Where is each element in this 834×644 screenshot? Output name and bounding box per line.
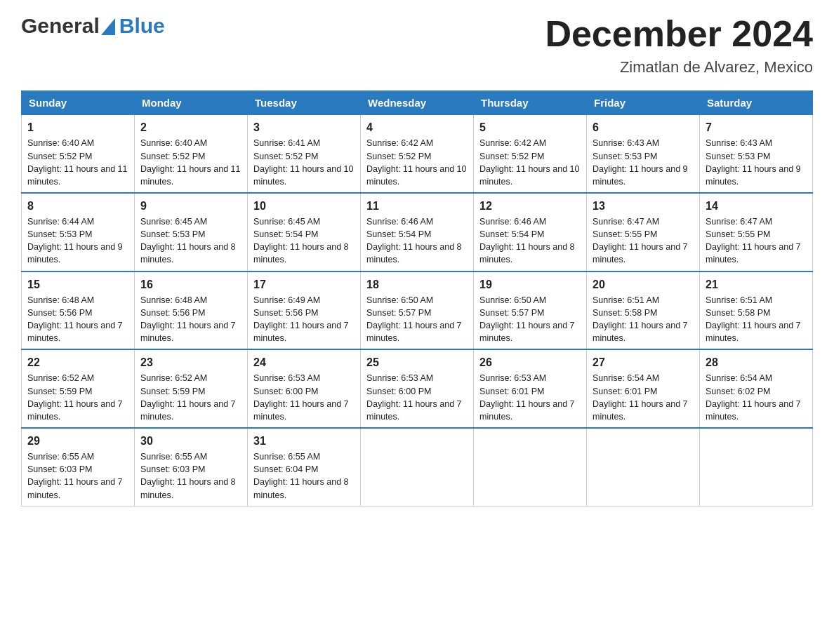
calendar-title: December 2024 — [545, 14, 813, 54]
day-info: Sunrise: 6:43 AMSunset: 5:53 PMDaylight:… — [706, 138, 801, 186]
day-number: 17 — [253, 276, 355, 293]
day-info: Sunrise: 6:54 AMSunset: 6:02 PMDaylight:… — [706, 373, 801, 421]
calendar-cell: 14Sunrise: 6:47 AMSunset: 5:55 PMDayligh… — [700, 193, 813, 271]
svg-marker-0 — [101, 18, 115, 35]
day-number: 19 — [479, 276, 581, 293]
day-number: 25 — [366, 354, 468, 370]
day-info: Sunrise: 6:53 AMSunset: 6:00 PMDaylight:… — [366, 373, 462, 421]
day-info: Sunrise: 6:54 AMSunset: 6:01 PMDaylight:… — [593, 373, 688, 421]
day-info: Sunrise: 6:51 AMSunset: 5:58 PMDaylight:… — [706, 295, 801, 343]
calendar-cell: 19Sunrise: 6:50 AMSunset: 5:57 PMDayligh… — [474, 271, 587, 350]
calendar-cell: 27Sunrise: 6:54 AMSunset: 6:01 PMDayligh… — [587, 349, 700, 428]
calendar-week-row: 8Sunrise: 6:44 AMSunset: 5:53 PMDaylight… — [22, 193, 813, 271]
calendar-cell: 13Sunrise: 6:47 AMSunset: 5:55 PMDayligh… — [587, 193, 700, 271]
day-info: Sunrise: 6:42 AMSunset: 5:52 PMDaylight:… — [479, 138, 579, 186]
day-info: Sunrise: 6:42 AMSunset: 5:52 PMDaylight:… — [366, 138, 466, 186]
day-header-saturday: Saturday — [700, 91, 813, 115]
calendar-cell: 26Sunrise: 6:53 AMSunset: 6:01 PMDayligh… — [474, 349, 587, 428]
calendar-title-block: December 2024 Zimatlan de Alvarez, Mexic… — [545, 14, 813, 76]
calendar-cell: 1Sunrise: 6:40 AMSunset: 5:52 PMDaylight… — [22, 115, 135, 193]
calendar-cell: 12Sunrise: 6:46 AMSunset: 5:54 PMDayligh… — [474, 193, 587, 271]
day-number: 13 — [593, 198, 694, 214]
day-number: 6 — [593, 119, 694, 135]
day-info: Sunrise: 6:48 AMSunset: 5:56 PMDaylight:… — [140, 295, 236, 343]
day-number: 5 — [479, 119, 581, 135]
calendar-cell: 10Sunrise: 6:45 AMSunset: 5:54 PMDayligh… — [248, 193, 361, 271]
day-number: 27 — [593, 354, 694, 370]
day-number: 22 — [27, 354, 128, 370]
calendar-cell: 9Sunrise: 6:45 AMSunset: 5:53 PMDaylight… — [135, 193, 248, 271]
day-number: 9 — [140, 198, 241, 214]
calendar-subtitle: Zimatlan de Alvarez, Mexico — [545, 58, 813, 76]
day-info: Sunrise: 6:49 AMSunset: 5:56 PMDaylight:… — [253, 295, 349, 343]
day-info: Sunrise: 6:52 AMSunset: 5:59 PMDaylight:… — [27, 373, 123, 421]
day-number: 20 — [593, 276, 694, 293]
calendar-table: SundayMondayTuesdayWednesdayThursdayFrid… — [21, 90, 813, 506]
day-info: Sunrise: 6:47 AMSunset: 5:55 PMDaylight:… — [706, 217, 801, 264]
calendar-cell: 7Sunrise: 6:43 AMSunset: 5:53 PMDaylight… — [700, 115, 813, 193]
day-info: Sunrise: 6:43 AMSunset: 5:53 PMDaylight:… — [593, 138, 688, 186]
day-info: Sunrise: 6:53 AMSunset: 6:00 PMDaylight:… — [253, 373, 349, 421]
day-number: 10 — [253, 198, 355, 214]
day-number: 16 — [140, 276, 241, 293]
calendar-week-row: 1Sunrise: 6:40 AMSunset: 5:52 PMDaylight… — [22, 115, 813, 193]
calendar-cell: 24Sunrise: 6:53 AMSunset: 6:00 PMDayligh… — [248, 349, 361, 428]
day-info: Sunrise: 6:50 AMSunset: 5:57 PMDaylight:… — [366, 295, 462, 343]
day-number: 12 — [479, 198, 581, 214]
calendar-week-row: 22Sunrise: 6:52 AMSunset: 5:59 PMDayligh… — [22, 349, 813, 428]
calendar-week-row: 15Sunrise: 6:48 AMSunset: 5:56 PMDayligh… — [22, 271, 813, 350]
day-header-sunday: Sunday — [22, 91, 135, 115]
day-number: 14 — [706, 198, 807, 214]
day-info: Sunrise: 6:47 AMSunset: 5:55 PMDaylight:… — [593, 217, 688, 264]
day-number: 11 — [366, 198, 468, 214]
day-number: 7 — [706, 119, 807, 135]
day-header-friday: Friday — [587, 91, 700, 115]
day-info: Sunrise: 6:51 AMSunset: 5:58 PMDaylight:… — [593, 295, 688, 343]
calendar-cell: 4Sunrise: 6:42 AMSunset: 5:52 PMDaylight… — [361, 115, 474, 193]
day-number: 8 — [27, 198, 128, 214]
calendar-cell: 20Sunrise: 6:51 AMSunset: 5:58 PMDayligh… — [587, 271, 700, 350]
day-number: 24 — [253, 354, 355, 370]
day-header-monday: Monday — [135, 91, 248, 115]
calendar-cell: 29Sunrise: 6:55 AMSunset: 6:03 PMDayligh… — [22, 428, 135, 506]
day-info: Sunrise: 6:50 AMSunset: 5:57 PMDaylight:… — [479, 295, 575, 343]
day-info: Sunrise: 6:44 AMSunset: 5:53 PMDaylight:… — [27, 217, 123, 264]
calendar-cell: 30Sunrise: 6:55 AMSunset: 6:03 PMDayligh… — [135, 428, 248, 506]
calendar-cell: 21Sunrise: 6:51 AMSunset: 5:58 PMDayligh… — [700, 271, 813, 350]
calendar-cell: 28Sunrise: 6:54 AMSunset: 6:02 PMDayligh… — [700, 349, 813, 428]
day-info: Sunrise: 6:40 AMSunset: 5:52 PMDaylight:… — [27, 138, 127, 186]
calendar-cell: 3Sunrise: 6:41 AMSunset: 5:52 PMDaylight… — [248, 115, 361, 193]
calendar-cell: 25Sunrise: 6:53 AMSunset: 6:00 PMDayligh… — [361, 349, 474, 428]
day-info: Sunrise: 6:55 AMSunset: 6:03 PMDaylight:… — [27, 452, 123, 499]
day-info: Sunrise: 6:53 AMSunset: 6:01 PMDaylight:… — [479, 373, 575, 421]
day-header-wednesday: Wednesday — [361, 91, 474, 115]
calendar-cell — [587, 428, 700, 506]
day-info: Sunrise: 6:45 AMSunset: 5:53 PMDaylight:… — [140, 217, 236, 264]
calendar-cell — [361, 428, 474, 506]
day-info: Sunrise: 6:40 AMSunset: 5:52 PMDaylight:… — [140, 138, 240, 186]
calendar-cell: 8Sunrise: 6:44 AMSunset: 5:53 PMDaylight… — [22, 193, 135, 271]
calendar-cell: 2Sunrise: 6:40 AMSunset: 5:52 PMDaylight… — [135, 115, 248, 193]
calendar-cell: 18Sunrise: 6:50 AMSunset: 5:57 PMDayligh… — [361, 271, 474, 350]
day-header-thursday: Thursday — [474, 91, 587, 115]
day-number: 26 — [479, 354, 581, 370]
day-number: 15 — [27, 276, 128, 293]
calendar-cell: 23Sunrise: 6:52 AMSunset: 5:59 PMDayligh… — [135, 349, 248, 428]
day-number: 23 — [140, 354, 241, 370]
calendar-cell: 31Sunrise: 6:55 AMSunset: 6:04 PMDayligh… — [248, 428, 361, 506]
page-header: General Blue December 2024 Zimatlan de A… — [21, 14, 813, 76]
day-info: Sunrise: 6:41 AMSunset: 5:52 PMDaylight:… — [253, 138, 353, 186]
day-number: 1 — [27, 119, 128, 135]
calendar-cell: 17Sunrise: 6:49 AMSunset: 5:56 PMDayligh… — [248, 271, 361, 350]
day-number: 2 — [140, 119, 241, 135]
calendar-cell: 22Sunrise: 6:52 AMSunset: 5:59 PMDayligh… — [22, 349, 135, 428]
day-number: 31 — [253, 433, 355, 449]
day-number: 28 — [706, 354, 807, 370]
day-info: Sunrise: 6:48 AMSunset: 5:56 PMDaylight:… — [27, 295, 123, 343]
calendar-cell: 16Sunrise: 6:48 AMSunset: 5:56 PMDayligh… — [135, 271, 248, 350]
logo-triangle-icon — [101, 15, 115, 35]
logo-general-text: General — [21, 14, 100, 38]
day-number: 3 — [253, 119, 355, 135]
day-number: 18 — [366, 276, 468, 293]
day-number: 21 — [706, 276, 807, 293]
